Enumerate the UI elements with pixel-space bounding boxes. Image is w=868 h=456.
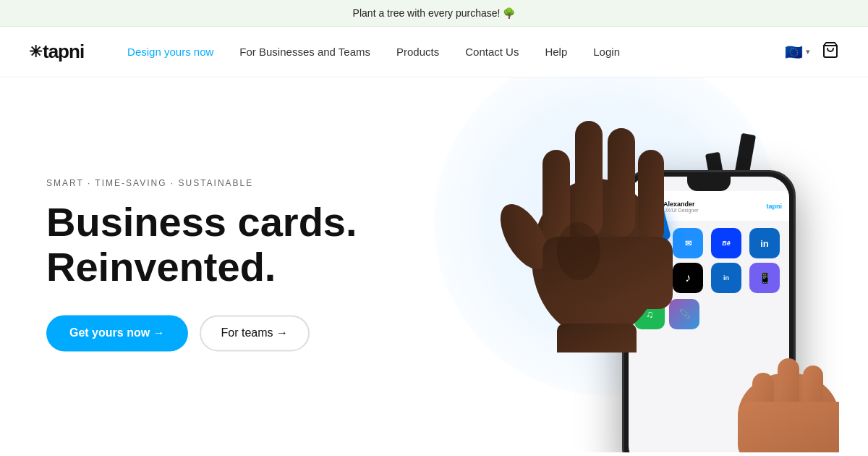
banner-text: Plant a tree with every purchase! 🌳 — [353, 7, 516, 19]
svg-rect-7 — [557, 324, 637, 352]
hero-title-line2: Reinvented. — [46, 244, 276, 290]
nav-help[interactable]: Help — [545, 46, 567, 58]
svg-point-9 — [557, 222, 600, 280]
hero-buttons: Get yours now → For teams → — [46, 316, 357, 352]
svg-rect-28 — [738, 402, 839, 452]
main-nav: Design yours now For Businesses and Team… — [127, 46, 785, 58]
hero-title: Business cards. Reinvented. — [46, 200, 357, 289]
eu-flag-icon: 🇪🇺 — [785, 43, 803, 61]
nav-login[interactable]: Login — [593, 46, 620, 58]
language-selector[interactable]: 🇪🇺 ▾ — [785, 43, 810, 61]
svg-rect-4 — [608, 128, 635, 237]
svg-rect-3 — [575, 121, 603, 237]
nav-design-yours[interactable]: Design yours now — [127, 46, 213, 58]
for-teams-button[interactable]: For teams → — [200, 316, 310, 352]
logo[interactable]: ✳ tapni — [29, 41, 84, 63]
header: ✳ tapni Design yours now For Businesses … — [0, 27, 868, 77]
cart-button[interactable] — [822, 41, 839, 63]
logo-text: tapni — [43, 41, 84, 63]
header-actions: 🇪🇺 ▾ — [785, 41, 839, 63]
hero-content: SMART · TIME-SAVING · SUSTAINABLE Busine… — [46, 178, 357, 351]
top-banner: Plant a tree with every purchase! 🌳 — [0, 0, 868, 27]
chevron-down-icon: ▾ — [806, 47, 810, 56]
hero-title-line1: Business cards. — [46, 199, 357, 245]
nav-contact[interactable]: Contact Us — [465, 46, 519, 58]
nav-products[interactable]: Products — [396, 46, 439, 58]
hand-illustration — [470, 77, 723, 352]
svg-rect-5 — [638, 150, 664, 244]
phone-app-logo: tapni — [767, 203, 783, 210]
app-icon-viber: 📱 — [749, 263, 780, 293]
hero-image: 👤 Alexander UX/UI Designer tapni 📷 ✉ Bē — [362, 77, 868, 452]
app-icon-linkedin: in — [749, 228, 780, 258]
nav-businesses[interactable]: For Businesses and Teams — [239, 46, 370, 58]
get-yours-button[interactable]: Get yours now → — [46, 316, 188, 352]
hero-section: SMART · TIME-SAVING · SUSTAINABLE Busine… — [0, 77, 868, 452]
hero-tagline: SMART · TIME-SAVING · SUSTAINABLE — [46, 178, 357, 188]
